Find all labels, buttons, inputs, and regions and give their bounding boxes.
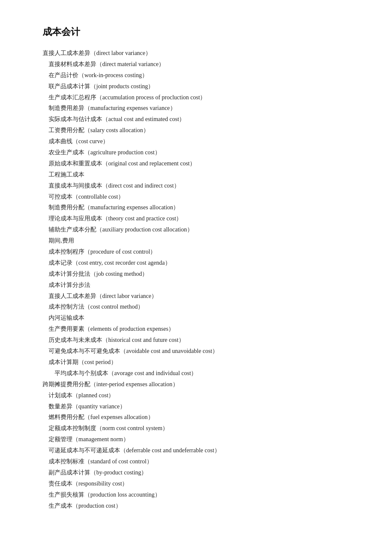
list-item: 制造费用差异（manufacturing expenses variance） (43, 103, 358, 114)
list-item: 生产成本汇总程序（accumulation process of procluc… (43, 92, 358, 103)
list-item: 农业生产成本（agriculture production cost） (43, 147, 358, 158)
list-item: 成本计算期（cost period） (43, 357, 358, 368)
list-item: 责任成本（responsibility cost） (43, 478, 358, 489)
list-item: 辅助生产成本分配（auxiliary production cost alloc… (43, 224, 358, 235)
list-item: 生产损失核算（production loss accounting） (43, 489, 358, 500)
list-item: 定额管理（management norm） (43, 434, 358, 445)
list-item: 副产品成本计算（by-product costing） (43, 467, 358, 478)
list-item: 成本计算分步法 (43, 280, 358, 291)
list-item: 可递延成本与不可递延成本（deferrable cost and undefer… (43, 445, 358, 456)
list-item: 成本控制方法（cost control method） (43, 301, 358, 312)
list-item: 燃料费用分配（fuel expenses allocation） (43, 412, 358, 423)
list-item: 成本记录（cost entry, cost recorder cost agen… (43, 257, 358, 269)
list-item: 定额成本控制制度（norm cost control system） (43, 423, 358, 434)
list-item: 成本控制标准（standard of cost control） (43, 456, 358, 467)
list-item: 生产成本（production cost） (43, 500, 358, 512)
list-item: 生产费用要素（elements of production expenses） (43, 324, 358, 335)
list-item: 内河运输成本 (43, 312, 358, 324)
list-item: 工资费用分配（salary costs allocation） (43, 125, 358, 136)
list-item: 在产品计价（work-in-process costing） (43, 70, 358, 81)
list-item: 成本计算分批法（job costing method） (43, 269, 358, 280)
list-item: 期间,费用 (43, 235, 358, 246)
list-item: 理论成本与应用成本（theory cost and practice cost） (43, 213, 358, 224)
list-item: 联产品成本计算（joint products costing） (43, 81, 358, 92)
list-item: 直接成本与间接成本（direct cost and indirect cost） (43, 180, 358, 191)
page-title: 成本会计 (43, 26, 358, 38)
list-item: 实际成本与估计成本（actual cost and estimated cost… (43, 114, 358, 125)
list-item: 原始成本和重置成本（original cost and replacement … (43, 158, 358, 169)
list-item: 计划成本（planned cost） (43, 390, 358, 401)
list-item: 历史成本与未来成本（historical cost and future cos… (43, 335, 358, 346)
list-item: 跨期摊提费用分配（inter-period expenses allocatio… (43, 379, 358, 390)
list-item: 平均成本与个别成本（avorage cost and individual co… (43, 368, 358, 379)
list-item: 制造费用分配（manufacturing expenses allocation… (43, 202, 358, 213)
list-item: 直接材料成本差异（direct material variance） (43, 59, 358, 70)
list-item: 数量差异（quantity variance） (43, 401, 358, 412)
list-item: 工程施工成本 (43, 169, 358, 180)
list-item: 可避免成本与不可避免成本（avoidable cost and unavoida… (43, 346, 358, 357)
list-item: 成本曲线（cost curve） (43, 136, 358, 147)
list-item: 可控成本（controllable cost） (43, 191, 358, 202)
list-item: 直接人工成本差异（direct labor variance） (43, 291, 358, 302)
list-item: 成本控制程序（procedure of cost control） (43, 246, 358, 257)
list-item: 直接人工成本差异（direct labor variance） (43, 48, 358, 59)
term-list: 直接人工成本差异（direct labor variance）直接材料成本差异（… (43, 48, 358, 511)
